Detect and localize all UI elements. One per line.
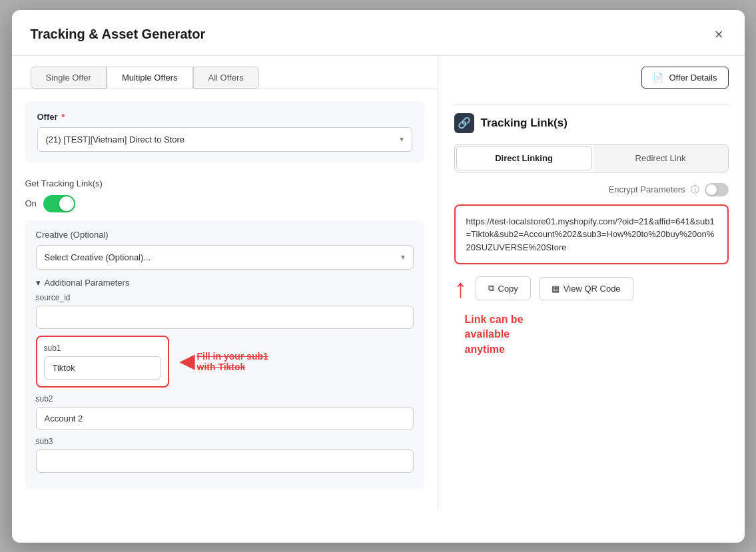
tracking-links-header: 🔗 Tracking Link(s) [454,113,729,133]
offer-section: Offer * (21) [TEST][Vietnam] Direct to S… [25,101,424,162]
sub1-input[interactable] [44,356,161,380]
tab-all-offers[interactable]: All Offers [193,67,259,89]
tab-redirect-link[interactable]: Redirect Link [593,144,728,172]
info-icon: ⓘ [691,184,699,196]
param-group-source-id: source_id [36,293,414,329]
modal-header: Tracking & Asset Generator × [12,10,745,56]
offer-label: Offer * [37,112,412,122]
view-qr-button[interactable]: ▦ View QR Code [539,277,633,300]
additional-params-toggle[interactable]: ▾ Additional Parameters [36,278,414,288]
copy-icon: ⧉ [488,283,494,294]
sub1-label: sub1 [44,344,161,353]
tracking-toggle-label: Get Tracking Link(s) [25,178,424,188]
url-box: https://test-localstore01.myshopify.com/… [454,204,729,265]
required-star: * [59,112,65,122]
modal-title: Tracking & Asset Generator [31,27,206,42]
file-icon: 📄 [653,73,663,83]
qr-icon: ▦ [552,284,560,294]
annotation-line2: with Tiktok [197,362,268,372]
creative-select[interactable]: Select Creative (Optional)... [37,246,413,269]
additional-params-label: Additional Parameters [45,278,130,288]
sub2-label: sub2 [36,394,414,404]
offer-select-wrapper: (21) [TEST][Vietnam] Direct to Store ▾ [37,127,412,152]
toggle-on-label: On [25,198,37,208]
tracking-toggle-switch[interactable] [43,195,75,212]
left-arrow-icon: ◀ [180,350,194,372]
creative-select-wrapper: Select Creative (Optional)... ▾ [36,245,414,270]
offer-select[interactable]: (21) [TEST][Vietnam] Direct to Store [38,128,412,151]
tab-single-offer[interactable]: Single Offer [31,67,107,89]
sub2-input[interactable] [36,407,414,430]
url-text: https://test-localstore01.myshopify.com/… [466,216,715,252]
sub3-input[interactable] [36,449,414,473]
link-available-annotation: Link can be available anytime [460,312,729,357]
source-id-input[interactable] [36,306,414,329]
encrypt-row: Encrypt Parameters ⓘ [454,183,729,196]
link-icon: 🔗 [454,113,474,133]
sub1-highlight-box: sub1 [36,336,169,388]
toggle-row: On [25,195,424,212]
modal-container: Tracking & Asset Generator × Single Offe… [12,10,745,543]
close-button[interactable]: × [712,25,726,45]
modal-body: Single Offer Multiple Offers All Offers … [12,56,745,510]
copy-button[interactable]: ⧉ Copy [476,276,531,300]
toggle-knob [59,196,74,211]
chevron-icon: ▾ [36,278,41,288]
tab-multiple-offers[interactable]: Multiple Offers [107,67,193,89]
encrypt-label: Encrypt Parameters [609,184,685,194]
encrypt-toggle-knob [706,184,717,195]
link-available-line2: available [465,327,729,342]
encrypt-toggle[interactable] [705,183,729,196]
offer-details-button[interactable]: 📄 Offer Details [641,67,728,89]
param-group-sub3: sub3 [36,437,414,473]
tab-direct-linking[interactable]: Direct Linking [456,146,592,170]
tracking-links-title: Tracking Link(s) [481,117,567,130]
sub3-label: sub3 [36,437,414,446]
link-available-line1: Link can be [465,312,729,327]
right-panel: 📄 Offer Details 🔗 Tracking Link(s) Direc… [438,56,745,510]
divider [454,105,729,105]
creative-label: Creative (Optional) [36,230,414,240]
param-group-sub2: sub2 [36,394,414,430]
source-id-label: source_id [36,293,414,302]
sub1-annotation: ◀ Fill in your sub1 with Tiktok [180,350,268,372]
inner-box: Creative (Optional) Select Creative (Opt… [25,220,424,489]
left-panel: Single Offer Multiple Offers All Offers … [12,56,438,510]
tracking-toggle-section: Get Tracking Link(s) On [12,170,438,218]
link-tabs: Direct Linking Redirect Link [454,144,729,172]
link-available-line3: anytime [465,342,729,357]
up-arrow-icon: ↑ [454,275,468,302]
annotation-line1: Fill in your sub1 [197,351,268,362]
tabs-row: Single Offer Multiple Offers All Offers [12,56,438,89]
